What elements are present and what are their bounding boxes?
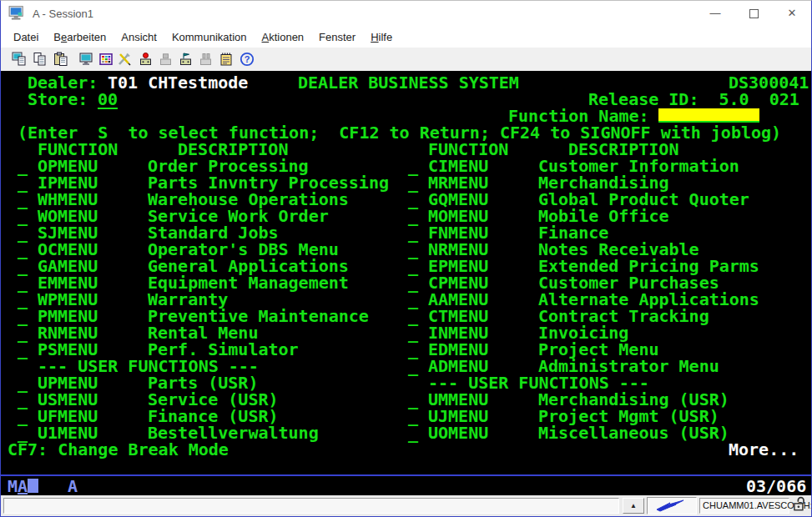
function-code: U1MENU [38,424,98,441]
menu-item-hilfe[interactable]: Hilfe [363,28,400,46]
select-field-ufmenu[interactable]: _ [18,408,28,424]
select-field-epmenu[interactable]: _ [408,258,418,274]
user-functions-separator: --- USER FUNCTIONS --- [38,358,259,374]
menu-item-kommunikation[interactable]: Kommunikation [164,28,255,46]
keyboard-setup-button[interactable] [115,50,134,68]
select-field-ummenu[interactable]: _ [408,391,418,408]
history-expand-button[interactable]: ▲ [623,498,644,514]
play-macro-button[interactable] [177,50,195,68]
copy-icon [33,52,48,67]
select-field-usmenu[interactable]: _ [18,391,28,408]
function-description: Parts Invntry Processing [148,174,389,191]
function-code: PSMENU [38,341,98,358]
function-header-left: FUNCTION [38,141,118,158]
select-field-admenu[interactable]: _ [408,358,418,374]
scratchpad-button[interactable] [217,50,235,68]
pause-macro-button[interactable] [197,50,215,68]
select-field-pmmenu[interactable]: _ [18,308,28,324]
menu-item-ansicht[interactable]: Ansicht [113,28,164,46]
record-macro-button[interactable] [137,50,155,68]
select-field-upmenu[interactable]: _ [18,374,28,391]
select-field-rnmenu[interactable]: _ [18,324,28,341]
select-field-inmenu[interactable]: _ [408,324,418,341]
paste-button[interactable] [52,50,70,68]
store-label: Store: [28,91,88,108]
scratchpad-icon [219,52,234,67]
menu-item-bearbeiten[interactable]: Bearbeiten [46,28,113,46]
copy-screen-button[interactable] [10,50,28,68]
screen-title: DEALER BUSINESS SYSTEM [298,74,519,91]
select-field-whmenu[interactable]: _ [18,191,28,208]
function-code: CPMENU [428,274,488,291]
select-field-uomenu[interactable]: _ [408,424,418,441]
oia-system-indicator: A [68,478,78,494]
function-code: INMENU [428,324,488,341]
function-description: Miscellaneous (USR) [538,424,729,441]
select-field-cpmenu[interactable]: _ [408,274,418,291]
color-map-icon [98,52,113,67]
copy-screen-icon [12,52,27,67]
function-description: Alternate Applications [538,291,759,308]
copy-button[interactable] [31,50,49,68]
function-code: PMMENU [38,308,98,324]
help-icon: ? [240,52,255,67]
select-field-aamenu[interactable]: _ [408,291,418,308]
select-field-ujmenu[interactable]: _ [408,408,418,424]
keyboard-setup-icon [117,52,132,67]
cursor-position: 03/066 [746,478,806,494]
stop-macro-button[interactable] [157,50,175,68]
svg-text:?: ? [245,54,250,64]
select-field-psmenu[interactable]: _ [18,341,28,358]
function-description: Contract Tracking [538,308,709,324]
select-field-fnmenu[interactable]: _ [408,224,418,241]
maximize-button[interactable] [734,1,773,26]
function-name-input[interactable] [658,108,759,123]
color-map-button[interactable] [97,50,115,68]
select-field-momenu[interactable]: _ [408,208,418,224]
display-setup-button[interactable] [77,50,95,68]
description-header-right: DESCRIPTION [568,141,678,158]
select-field-opmenu[interactable]: _ [18,158,28,174]
select-field-gqmenu[interactable]: _ [408,191,418,208]
function-description: Extended Pricing Parms [538,258,759,274]
select-field-edmenu[interactable]: _ [408,341,418,358]
menu-item-fenster[interactable]: Fenster [311,28,363,46]
function-description: Equipment Management [148,274,349,291]
help-button[interactable]: ? [238,50,256,68]
function-code: UJMENU [428,408,488,424]
select-field-gamenu[interactable]: _ [18,258,28,274]
screen-id: DS300041 [729,74,809,91]
function-code: MOMENU [428,208,488,224]
host-address: CHUAMM01.AVESCO.CH:23 [699,498,789,514]
function-code: UPMENU [38,374,98,391]
select-field-ctmenu[interactable]: _ [408,308,418,324]
function-description: Order Processing [148,158,309,174]
window-title: A - Session1 [33,8,93,20]
menu-item-aktionen[interactable]: Aktionen [255,28,312,46]
release-id: Release ID: 5.0 021 [588,91,799,108]
select-field-ipmenu[interactable]: _ [18,174,28,191]
function-description: Parts (USR) [148,374,258,391]
menu-item-datei[interactable]: Datei [6,28,46,46]
select-field-wpmenu[interactable]: _ [18,291,28,308]
function-code: EMMENU [38,274,98,291]
function-code: GAMENU [38,258,98,274]
select-field-u1menu[interactable]: _ [18,424,28,441]
function-code: WOMENU [38,208,98,224]
select-field-ocmenu[interactable]: _ [18,241,28,258]
select-field-sjmenu[interactable]: _ [18,224,28,241]
function-code: ADMENU [428,358,488,374]
statusbar-message-area [3,498,619,514]
select-field-emmenu[interactable]: _ [18,274,28,291]
select-field-cimenu[interactable]: _ [408,158,418,174]
function-code: SJMENU [38,224,98,241]
store-input[interactable]: 00 [98,91,118,109]
user-functions-separator: --- USER FUNCTIONS --- [428,374,649,391]
close-button[interactable]: ✕ [773,1,811,26]
select-field-nrmenu[interactable]: _ [408,241,418,258]
minimize-button[interactable]: — [696,1,734,26]
oia-shift-indicator: M [8,478,18,494]
select-field-mrmenu[interactable]: _ [408,174,418,191]
select-field-womenu[interactable]: _ [18,208,28,224]
menu-bar: Datei Bearbeiten Ansicht Kommunikation A… [1,26,811,48]
